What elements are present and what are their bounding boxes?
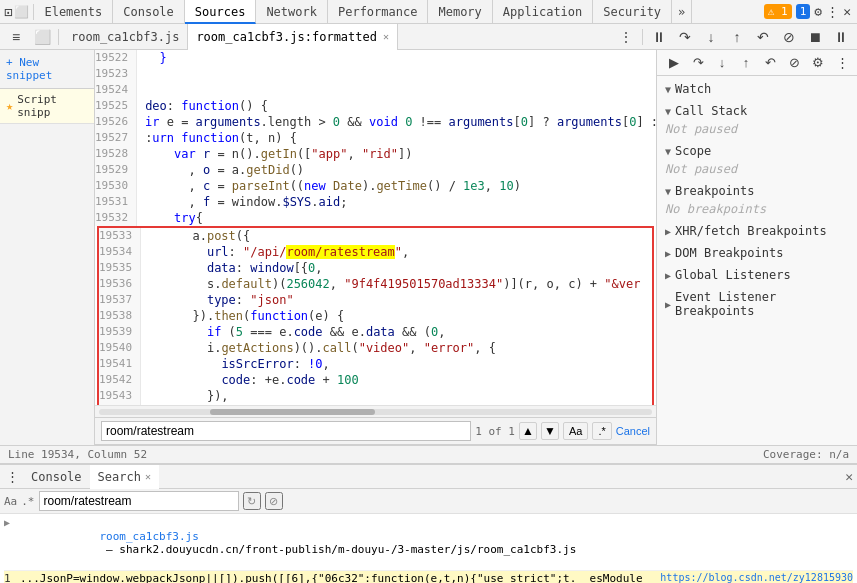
xhr-section: ▶ XHR/fetch Breakpoints — [657, 222, 857, 240]
tab-sources[interactable]: Sources — [185, 0, 257, 24]
console-row-2-text: ...JsonP=window.webpackJsonp||[]).push([… — [20, 572, 648, 583]
breakpoints-section: ▼ Breakpoints No breakpoints — [657, 182, 857, 218]
search-bar: 1 of 1 ▲ ▼ Aa .* Cancel — [95, 417, 656, 445]
code-line-19526: 19526 ir e = arguments.length > 0 && voi… — [95, 114, 656, 130]
code-line-19527: 19527 :urn function(t, n) { — [95, 130, 656, 146]
code-search-input[interactable] — [101, 421, 471, 441]
file-tab-1-label: room_ca1cbf3.js — [71, 30, 179, 44]
close-nav-icon[interactable]: ✕ — [843, 4, 851, 19]
panel-settings-button[interactable]: ⚙ — [807, 53, 829, 73]
dock-icon[interactable]: ⬜ — [14, 5, 29, 19]
file-menu-button[interactable]: ⋮ — [614, 26, 638, 48]
call-stack-section: ▼ Call Stack Not paused — [657, 102, 857, 138]
watch-header[interactable]: ▼ Watch — [657, 80, 857, 98]
toolbar-separator — [58, 29, 59, 45]
stop-on-exceptions-button[interactable]: ⏹ — [803, 26, 827, 48]
bottom-tab-console[interactable]: Console — [23, 465, 90, 489]
snippet-icon: ★ — [6, 99, 13, 113]
pause-button[interactable]: ⏸ — [647, 26, 671, 48]
more-debug-button[interactable]: ⏸ — [829, 26, 853, 48]
devtools-icon: ⊡ — [4, 4, 12, 20]
bottom-regex-label: .* — [21, 495, 34, 508]
step-into-button[interactable]: ↓ — [699, 26, 723, 48]
bottom-tab-search-label: Search — [98, 470, 141, 484]
toggle-sidebar-button[interactable]: ≡ — [4, 26, 28, 48]
resume-button[interactable]: ▶ — [663, 53, 685, 73]
step-over-button[interactable]: ↷ — [673, 26, 697, 48]
code-editor: 19522 } 19523 19524 19525 deo: function(… — [95, 50, 657, 445]
search-next-button[interactable]: ▼ — [541, 422, 559, 440]
step-out-panel-button[interactable]: ↑ — [735, 53, 757, 73]
search-cancel-button[interactable]: Cancel — [616, 425, 650, 437]
code-scroll-area[interactable]: 19522 } 19523 19524 19525 deo: function(… — [95, 50, 656, 405]
dom-header[interactable]: ▶ DOM Breakpoints — [657, 244, 857, 262]
step-over-panel-button[interactable]: ↷ — [687, 53, 709, 73]
breakpoints-header[interactable]: ▼ Breakpoints — [657, 182, 857, 200]
file-tab-2-close[interactable]: ✕ — [383, 31, 389, 42]
settings-nav-icon[interactable]: ⚙ — [814, 4, 822, 19]
bottom-tab-search-close[interactable]: ✕ — [145, 471, 151, 482]
step-back-panel-button[interactable]: ↶ — [759, 53, 781, 73]
console-external-link[interactable]: https://blog.csdn.net/zy12815930 — [652, 572, 853, 583]
file-tab-2[interactable]: room_ca1cbf3.js:formatted ✕ — [188, 24, 398, 50]
global-header[interactable]: ▶ Global Listeners — [657, 266, 857, 284]
code-line-19538: 19538 }).then(function(e) { — [99, 308, 652, 324]
more-tabs-button[interactable]: » — [672, 0, 692, 24]
bottom-search-row: Aa .* ↻ ⊘ — [0, 489, 857, 514]
code-line-19533: 19533 a.post({ — [99, 228, 652, 244]
bottom-search-input[interactable] — [39, 491, 239, 511]
more-nav-icon[interactable]: ⋮ — [826, 4, 839, 19]
tab-elements[interactable]: Elements — [34, 0, 113, 24]
coverage-status: Coverage: n/a — [763, 446, 849, 463]
bottom-search-refresh-button[interactable]: ↻ — [243, 492, 261, 510]
scope-status: Not paused — [657, 160, 857, 178]
new-file-button[interactable]: ⬜ — [30, 26, 54, 48]
console-row-2: 1 ...JsonP=window.webpackJsonp||[]).push… — [4, 571, 853, 583]
script-snippet-item[interactable]: ★ Script snipp — [0, 89, 94, 124]
step-back-button[interactable]: ↶ — [751, 26, 775, 48]
deactivate-breakpoints-button[interactable]: ⊘ — [777, 26, 801, 48]
bottom-search-clear-button[interactable]: ⊘ — [265, 492, 283, 510]
file-tabs: room_ca1cbf3.js room_ca1cbf3.js:formatte… — [63, 24, 612, 50]
xhr-arrow: ▶ — [665, 226, 671, 237]
code-line-19535: 19535 data: window[{0, — [99, 260, 652, 276]
console-filename-link[interactable]: room_ca1cbf3.js — [99, 530, 198, 543]
call-stack-header[interactable]: ▼ Call Stack — [657, 102, 857, 120]
step-into-panel-button[interactable]: ↓ — [711, 53, 733, 73]
search-regex-button[interactable]: .* — [592, 422, 611, 440]
search-count: 1 of 1 — [475, 425, 515, 438]
scope-header[interactable]: ▼ Scope — [657, 142, 857, 160]
new-snippet-button[interactable]: + New snippet — [6, 54, 88, 84]
snippet-label: Script snipp — [17, 93, 88, 119]
file-tab-1[interactable]: room_ca1cbf3.js — [63, 24, 188, 50]
code-hscrollbar[interactable] — [95, 405, 656, 417]
code-line-19530: 19530 , c = parseInt((new Date).getTime(… — [95, 178, 656, 194]
tab-application[interactable]: Application — [493, 0, 593, 24]
xhr-header[interactable]: ▶ XHR/fetch Breakpoints — [657, 222, 857, 240]
right-panel-content: ▼ Watch ▼ Call Stack Not paused ▼ — [657, 76, 857, 445]
bottom-tab-search[interactable]: Search ✕ — [90, 465, 159, 489]
tab-network[interactable]: Network — [256, 0, 328, 24]
code-line-19539: 19539 if (5 === e.code && e.data && (0, — [99, 324, 652, 340]
bottom-panel-close-button[interactable]: ✕ — [845, 469, 857, 484]
tab-performance[interactable]: Performance — [328, 0, 428, 24]
tab-memory[interactable]: Memory — [428, 0, 492, 24]
tab-console[interactable]: Console — [113, 0, 185, 24]
step-out-button[interactable]: ↑ — [725, 26, 749, 48]
status-bar: Line 19534, Column 52 Coverage: n/a — [0, 445, 857, 463]
search-aa-button[interactable]: Aa — [563, 422, 588, 440]
code-lines: 19522 } 19523 19524 19525 deo: function(… — [95, 50, 656, 405]
search-prev-button[interactable]: ▲ — [519, 422, 537, 440]
code-line-19522: 19522 } — [95, 50, 656, 66]
watch-arrow: ▼ — [665, 84, 671, 95]
call-stack-label: Call Stack — [675, 104, 747, 118]
tab-security[interactable]: Security — [593, 0, 672, 24]
code-line-19523: 19523 — [95, 66, 656, 82]
bottom-tabs-bar: ⋮ Console Search ✕ ✕ — [0, 465, 857, 489]
breakpoints-status: No breakpoints — [657, 200, 857, 218]
event-label: Event Listener Breakpoints — [675, 290, 849, 318]
event-header[interactable]: ▶ Event Listener Breakpoints — [657, 288, 857, 320]
deactivate-panel-button[interactable]: ⊘ — [783, 53, 805, 73]
breakpoints-label: Breakpoints — [675, 184, 754, 198]
panel-more-button[interactable]: ⋮ — [831, 53, 853, 73]
